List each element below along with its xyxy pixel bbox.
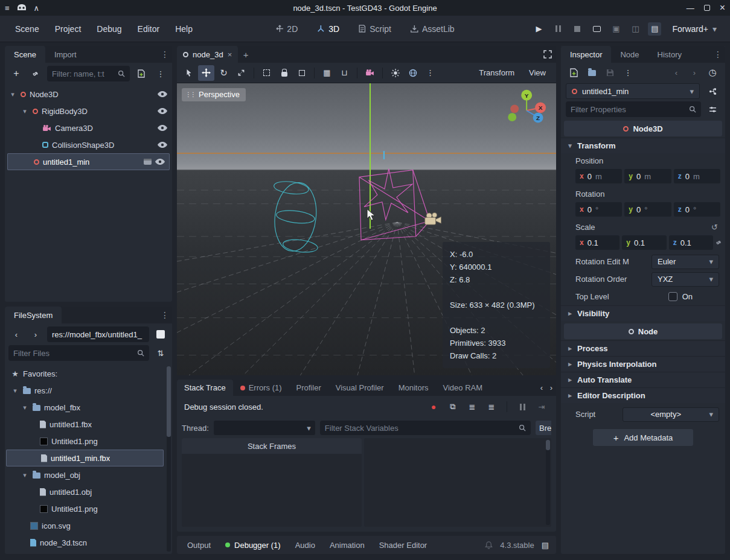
expand-icon[interactable]: ▾ (21, 107, 29, 115)
rotate-tool-button[interactable]: ↻ (216, 65, 232, 81)
visibility-eye-icon[interactable] (158, 91, 167, 97)
fs-filter-field[interactable] (8, 345, 149, 361)
scene-tree-menu-icon[interactable]: ⋮ (153, 66, 168, 81)
fs-focus-file-button[interactable] (153, 326, 168, 342)
vars-scrollbar[interactable] (546, 440, 550, 525)
scene-filter-input[interactable] (52, 69, 114, 78)
bottom-animation[interactable]: Animation (323, 538, 371, 553)
filesystem-menu-icon[interactable]: ⋮ (158, 307, 172, 323)
workspace-3d[interactable]: 3D (310, 21, 347, 37)
play-scene-button[interactable]: ▣ (609, 22, 623, 36)
viewport-3d[interactable]: Y X Z ⋮⋮ Perspective X: -6.0 Y: 640000.1… (177, 83, 556, 375)
view-menu[interactable]: View (522, 65, 552, 80)
revert-icon[interactable]: ↺ (711, 223, 719, 232)
fs-path-input[interactable] (52, 330, 144, 339)
expand-list-button[interactable]: ≣ (484, 399, 499, 414)
fs-item-favorites[interactable]: ★ Favorites: (5, 365, 165, 382)
pause-button[interactable] (551, 22, 565, 36)
minimize-button[interactable]: — (687, 4, 694, 12)
group-node-button[interactable] (293, 65, 310, 81)
visibility-eye-icon[interactable] (158, 142, 167, 148)
fs-item-untitled1-png-2[interactable]: Untitled1.png (5, 500, 165, 517)
section-physics-interpolation[interactable]: ▸ Physics Interpolation (561, 356, 725, 372)
tree-node-untitled1-min[interactable]: untitled1_min (7, 153, 170, 170)
tab-filesystem[interactable]: FileSystem (5, 307, 62, 323)
menu-help[interactable]: Help (168, 21, 199, 37)
fs-path-field[interactable] (47, 326, 149, 342)
tab-import[interactable]: Import (45, 46, 86, 63)
fs-filter-input[interactable] (13, 349, 133, 358)
scene-filter-field[interactable] (47, 66, 130, 81)
inspector-filter-input[interactable] (571, 105, 685, 114)
fs-item-node-3d-tscn[interactable]: node_3d.tscn (5, 534, 165, 551)
scene-dock-menu-icon[interactable]: ⋮ (158, 46, 172, 63)
workspace-assetlib[interactable]: AssetLib (403, 21, 462, 37)
copy-button[interactable]: ⧉ (446, 399, 460, 414)
scale-x-field[interactable]: x0.1 (575, 235, 620, 250)
debug-pause-button[interactable] (515, 399, 530, 414)
local-space-button[interactable]: ▦ (319, 65, 335, 81)
camera-override-button[interactable] (362, 65, 378, 81)
tree-node-camera3d[interactable]: Camera3D (5, 119, 172, 136)
fs-scrollbar-thumb[interactable] (167, 366, 171, 437)
section-transform[interactable]: ▾ Transform (561, 138, 725, 153)
keep-above-icon[interactable]: ∧ (34, 4, 40, 12)
save-resource-button[interactable] (602, 65, 618, 80)
fs-item-untitled1-png[interactable]: Untitled1.png (5, 433, 165, 450)
class-header-node[interactable]: Node (564, 323, 722, 339)
tab-scene[interactable]: Scene (5, 46, 45, 63)
preview-menu-icon[interactable]: ⋮ (422, 65, 438, 81)
movie-maker-button[interactable]: ▤ (648, 22, 661, 36)
menu-debug[interactable]: Debug (90, 21, 128, 37)
fs-item-untitled1-obj[interactable]: untitled1.obj (5, 483, 165, 500)
rotation-y-field[interactable]: y0° (624, 202, 671, 217)
thread-select[interactable]: ▾ (214, 421, 315, 435)
visibility-eye-icon[interactable] (158, 108, 167, 114)
bottom-debugger[interactable]: Debugger (1) (219, 538, 287, 553)
play-button[interactable]: ▶ (532, 22, 545, 36)
renderer-select[interactable]: Forward+ ▾ (667, 22, 722, 36)
maximize-button[interactable] (704, 5, 710, 11)
history-forward-button[interactable]: › (687, 65, 702, 80)
preview-environment-button[interactable] (405, 65, 421, 81)
window-menu-icon[interactable]: ≡ (5, 4, 10, 12)
tabs-scroll-right-icon[interactable]: › (546, 380, 556, 396)
fs-item-untitled1-fbx[interactable]: untitled1.fbx (5, 416, 165, 433)
notification-bell-icon[interactable] (485, 541, 493, 549)
instantiate-scene-button[interactable] (28, 66, 43, 81)
section-auto-translate[interactable]: ▸ Auto Translate (561, 372, 725, 387)
visibility-eye-icon[interactable] (155, 159, 165, 165)
fs-back-button[interactable]: ‹ (8, 326, 24, 342)
bottom-audio[interactable]: Audio (289, 538, 322, 553)
bottom-output[interactable]: Output (181, 538, 217, 553)
tabs-scroll-left-icon[interactable]: ‹ (537, 380, 546, 396)
top-level-checkbox[interactable] (668, 292, 677, 301)
rotation-z-field[interactable]: z0° (674, 202, 720, 217)
tab-monitors[interactable]: Monitors (391, 380, 436, 396)
break-button[interactable]: Bre (536, 421, 551, 435)
new-resource-button[interactable] (566, 65, 581, 80)
tab-video-ram[interactable]: Video RAM (436, 380, 490, 396)
vars-scrollbar-thumb[interactable] (546, 440, 550, 450)
scale-z-field[interactable]: z0.1 (669, 235, 713, 250)
section-editor-description[interactable]: ▸ Editor Description (561, 387, 725, 403)
collapse-list-button[interactable]: ≣ (465, 399, 479, 414)
tree-node-collisionshape3d[interactable]: CollisionShape3D (5, 136, 172, 153)
fs-item-untitled1-min-fbx[interactable]: untitled1_min.fbx (6, 450, 164, 466)
stack-filter-input[interactable] (325, 424, 515, 433)
distraction-free-button[interactable] (539, 46, 556, 63)
tree-node-rigidbody3d[interactable]: ▾ RigidBody3D (5, 103, 172, 119)
stack-filter-field[interactable] (320, 421, 531, 435)
fs-forward-button[interactable]: › (28, 326, 43, 342)
fs-scrollbar[interactable] (167, 366, 171, 552)
history-button[interactable]: ◷ (705, 65, 720, 80)
tab-inspector[interactable]: Inspector (561, 46, 611, 63)
add-metadata-button[interactable]: + Add Metadata (593, 429, 694, 446)
position-z-field[interactable]: z0m (674, 169, 720, 183)
resource-options-icon[interactable]: ⋮ (620, 65, 636, 80)
expand-bottom-panel-icon[interactable]: ▤ (542, 541, 549, 550)
stop-button[interactable] (571, 22, 584, 36)
expand-icon[interactable]: ▾ (21, 404, 29, 412)
menu-scene[interactable]: Scene (8, 21, 46, 37)
link-scale-icon[interactable] (716, 239, 723, 246)
